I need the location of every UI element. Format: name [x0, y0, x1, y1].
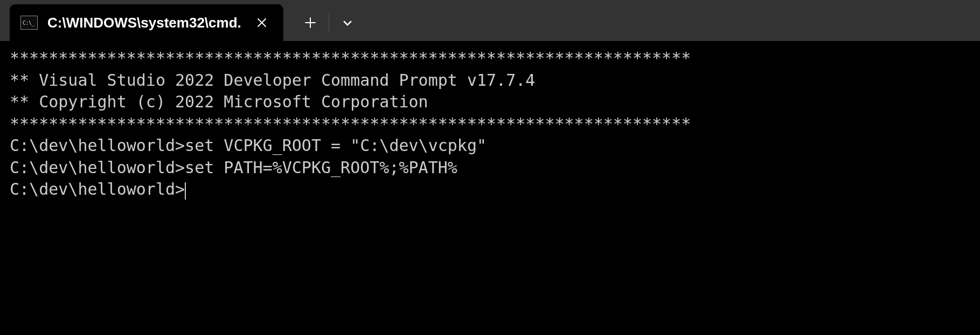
prompt-line: C:\dev\helloworld>: [10, 179, 970, 201]
title-bar-actions: [283, 4, 364, 41]
output-line: C:\dev\helloworld>set PATH=%VCPKG_ROOT%;…: [10, 157, 970, 179]
output-line: ** Copyright (c) 2022 Microsoft Corporat…: [10, 91, 970, 113]
close-tab-button[interactable]: [251, 12, 273, 33]
output-line: C:\dev\helloworld>set VCPKG_ROOT = "C:\d…: [10, 135, 970, 157]
divider: [329, 13, 329, 32]
plus-icon: [304, 17, 316, 29]
cursor: [185, 182, 186, 200]
output-line: ****************************************…: [10, 113, 970, 135]
new-tab-button[interactable]: [294, 6, 326, 39]
prompt-text: C:\dev\helloworld>: [10, 180, 185, 199]
output-line: ****************************************…: [10, 47, 970, 70]
chevron-down-icon: [342, 17, 353, 29]
terminal-tab[interactable]: C:\_ C:\WINDOWS\system32\cmd.: [10, 4, 283, 41]
close-icon: [256, 17, 267, 28]
cmd-icon: C:\_: [20, 16, 38, 30]
tab-dropdown-button[interactable]: [331, 6, 364, 39]
terminal-output[interactable]: ****************************************…: [0, 41, 980, 207]
title-bar: C:\_ C:\WINDOWS\system32\cmd.: [0, 0, 980, 41]
tab-title: C:\WINDOWS\system32\cmd.: [47, 15, 241, 31]
output-line: ** Visual Studio 2022 Developer Command …: [10, 70, 970, 92]
